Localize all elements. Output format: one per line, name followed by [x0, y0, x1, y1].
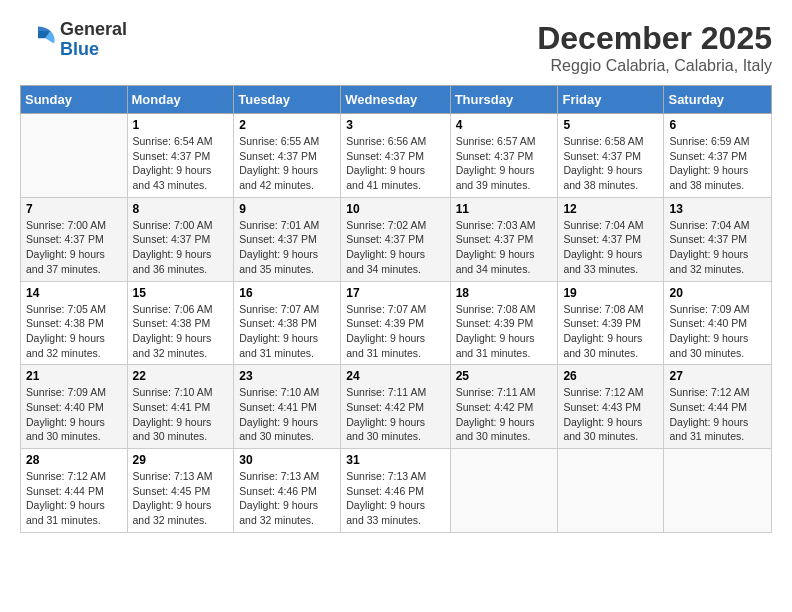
header-row: SundayMondayTuesdayWednesdayThursdayFrid…	[21, 86, 772, 114]
calendar-cell: 16Sunrise: 7:07 AMSunset: 4:38 PMDayligh…	[234, 281, 341, 365]
day-info: Sunrise: 7:02 AMSunset: 4:37 PMDaylight:…	[346, 218, 444, 277]
day-number: 2	[239, 118, 335, 132]
day-info: Sunrise: 7:04 AMSunset: 4:37 PMDaylight:…	[669, 218, 766, 277]
day-number: 26	[563, 369, 658, 383]
calendar-cell: 8Sunrise: 7:00 AMSunset: 4:37 PMDaylight…	[127, 197, 234, 281]
header-day-thursday: Thursday	[450, 86, 558, 114]
calendar-cell: 22Sunrise: 7:10 AMSunset: 4:41 PMDayligh…	[127, 365, 234, 449]
day-number: 3	[346, 118, 444, 132]
day-info: Sunrise: 7:05 AMSunset: 4:38 PMDaylight:…	[26, 302, 122, 361]
day-info: Sunrise: 7:07 AMSunset: 4:38 PMDaylight:…	[239, 302, 335, 361]
day-number: 13	[669, 202, 766, 216]
day-number: 4	[456, 118, 553, 132]
calendar-cell: 29Sunrise: 7:13 AMSunset: 4:45 PMDayligh…	[127, 449, 234, 533]
day-number: 9	[239, 202, 335, 216]
calendar-cell: 30Sunrise: 7:13 AMSunset: 4:46 PMDayligh…	[234, 449, 341, 533]
calendar-cell	[664, 449, 772, 533]
logo-blue-text: Blue	[60, 39, 99, 59]
logo-general-text: General	[60, 19, 127, 39]
calendar-cell	[450, 449, 558, 533]
day-info: Sunrise: 7:12 AMSunset: 4:44 PMDaylight:…	[669, 385, 766, 444]
calendar-cell: 1Sunrise: 6:54 AMSunset: 4:37 PMDaylight…	[127, 114, 234, 198]
day-number: 7	[26, 202, 122, 216]
day-number: 14	[26, 286, 122, 300]
calendar-cell: 4Sunrise: 6:57 AMSunset: 4:37 PMDaylight…	[450, 114, 558, 198]
day-number: 20	[669, 286, 766, 300]
calendar-cell: 13Sunrise: 7:04 AMSunset: 4:37 PMDayligh…	[664, 197, 772, 281]
calendar-cell: 12Sunrise: 7:04 AMSunset: 4:37 PMDayligh…	[558, 197, 664, 281]
day-number: 16	[239, 286, 335, 300]
day-info: Sunrise: 7:08 AMSunset: 4:39 PMDaylight:…	[563, 302, 658, 361]
header-day-friday: Friday	[558, 86, 664, 114]
day-info: Sunrise: 7:11 AMSunset: 4:42 PMDaylight:…	[456, 385, 553, 444]
header-day-saturday: Saturday	[664, 86, 772, 114]
day-info: Sunrise: 6:57 AMSunset: 4:37 PMDaylight:…	[456, 134, 553, 193]
day-info: Sunrise: 7:00 AMSunset: 4:37 PMDaylight:…	[133, 218, 229, 277]
calendar-cell: 17Sunrise: 7:07 AMSunset: 4:39 PMDayligh…	[341, 281, 450, 365]
calendar-cell: 7Sunrise: 7:00 AMSunset: 4:37 PMDaylight…	[21, 197, 128, 281]
header-day-monday: Monday	[127, 86, 234, 114]
day-info: Sunrise: 7:09 AMSunset: 4:40 PMDaylight:…	[26, 385, 122, 444]
day-number: 29	[133, 453, 229, 467]
calendar-cell: 18Sunrise: 7:08 AMSunset: 4:39 PMDayligh…	[450, 281, 558, 365]
calendar-cell: 25Sunrise: 7:11 AMSunset: 4:42 PMDayligh…	[450, 365, 558, 449]
day-info: Sunrise: 7:12 AMSunset: 4:44 PMDaylight:…	[26, 469, 122, 528]
day-number: 18	[456, 286, 553, 300]
day-info: Sunrise: 7:10 AMSunset: 4:41 PMDaylight:…	[133, 385, 229, 444]
header-day-sunday: Sunday	[21, 86, 128, 114]
header-day-tuesday: Tuesday	[234, 86, 341, 114]
calendar-week-5: 28Sunrise: 7:12 AMSunset: 4:44 PMDayligh…	[21, 449, 772, 533]
calendar-cell: 31Sunrise: 7:13 AMSunset: 4:46 PMDayligh…	[341, 449, 450, 533]
day-info: Sunrise: 7:09 AMSunset: 4:40 PMDaylight:…	[669, 302, 766, 361]
day-info: Sunrise: 7:13 AMSunset: 4:46 PMDaylight:…	[346, 469, 444, 528]
title-block: December 2025 Reggio Calabria, Calabria,…	[537, 20, 772, 75]
calendar-cell: 11Sunrise: 7:03 AMSunset: 4:37 PMDayligh…	[450, 197, 558, 281]
logo: General Blue	[20, 20, 127, 60]
calendar-week-2: 7Sunrise: 7:00 AMSunset: 4:37 PMDaylight…	[21, 197, 772, 281]
day-number: 17	[346, 286, 444, 300]
month-title: December 2025	[537, 20, 772, 57]
day-info: Sunrise: 7:13 AMSunset: 4:45 PMDaylight:…	[133, 469, 229, 528]
header-day-wednesday: Wednesday	[341, 86, 450, 114]
calendar-cell	[558, 449, 664, 533]
day-number: 1	[133, 118, 229, 132]
calendar-cell: 5Sunrise: 6:58 AMSunset: 4:37 PMDaylight…	[558, 114, 664, 198]
calendar-cell: 10Sunrise: 7:02 AMSunset: 4:37 PMDayligh…	[341, 197, 450, 281]
page-header: General Blue December 2025 Reggio Calabr…	[20, 20, 772, 75]
day-number: 19	[563, 286, 658, 300]
calendar-cell: 27Sunrise: 7:12 AMSunset: 4:44 PMDayligh…	[664, 365, 772, 449]
day-number: 5	[563, 118, 658, 132]
day-info: Sunrise: 7:08 AMSunset: 4:39 PMDaylight:…	[456, 302, 553, 361]
calendar-cell: 3Sunrise: 6:56 AMSunset: 4:37 PMDaylight…	[341, 114, 450, 198]
calendar-cell: 26Sunrise: 7:12 AMSunset: 4:43 PMDayligh…	[558, 365, 664, 449]
day-info: Sunrise: 6:54 AMSunset: 4:37 PMDaylight:…	[133, 134, 229, 193]
calendar-cell	[21, 114, 128, 198]
day-number: 25	[456, 369, 553, 383]
calendar-cell: 14Sunrise: 7:05 AMSunset: 4:38 PMDayligh…	[21, 281, 128, 365]
day-number: 11	[456, 202, 553, 216]
day-info: Sunrise: 6:58 AMSunset: 4:37 PMDaylight:…	[563, 134, 658, 193]
day-info: Sunrise: 7:04 AMSunset: 4:37 PMDaylight:…	[563, 218, 658, 277]
calendar-header: SundayMondayTuesdayWednesdayThursdayFrid…	[21, 86, 772, 114]
day-info: Sunrise: 7:10 AMSunset: 4:41 PMDaylight:…	[239, 385, 335, 444]
day-info: Sunrise: 7:11 AMSunset: 4:42 PMDaylight:…	[346, 385, 444, 444]
calendar-cell: 2Sunrise: 6:55 AMSunset: 4:37 PMDaylight…	[234, 114, 341, 198]
calendar-table: SundayMondayTuesdayWednesdayThursdayFrid…	[20, 85, 772, 533]
day-info: Sunrise: 7:07 AMSunset: 4:39 PMDaylight:…	[346, 302, 444, 361]
calendar-body: 1Sunrise: 6:54 AMSunset: 4:37 PMDaylight…	[21, 114, 772, 533]
day-info: Sunrise: 7:06 AMSunset: 4:38 PMDaylight:…	[133, 302, 229, 361]
day-number: 21	[26, 369, 122, 383]
calendar-cell: 9Sunrise: 7:01 AMSunset: 4:37 PMDaylight…	[234, 197, 341, 281]
day-number: 6	[669, 118, 766, 132]
calendar-cell: 28Sunrise: 7:12 AMSunset: 4:44 PMDayligh…	[21, 449, 128, 533]
location: Reggio Calabria, Calabria, Italy	[537, 57, 772, 75]
day-info: Sunrise: 7:12 AMSunset: 4:43 PMDaylight:…	[563, 385, 658, 444]
logo-icon	[20, 22, 56, 58]
day-number: 28	[26, 453, 122, 467]
day-number: 27	[669, 369, 766, 383]
calendar-cell: 15Sunrise: 7:06 AMSunset: 4:38 PMDayligh…	[127, 281, 234, 365]
day-number: 23	[239, 369, 335, 383]
calendar-cell: 19Sunrise: 7:08 AMSunset: 4:39 PMDayligh…	[558, 281, 664, 365]
day-number: 8	[133, 202, 229, 216]
calendar-week-3: 14Sunrise: 7:05 AMSunset: 4:38 PMDayligh…	[21, 281, 772, 365]
